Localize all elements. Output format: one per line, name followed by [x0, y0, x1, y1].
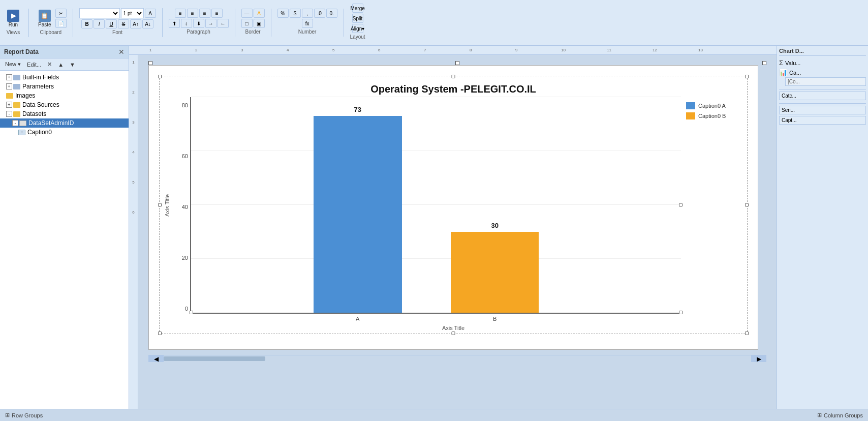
tree-item-dataset-admin[interactable]: - DataSetAdminID [0, 118, 129, 128]
sel-handle-tc [455, 61, 459, 65]
indent-button[interactable]: → [205, 19, 216, 28]
toolbar-number-group: % $ , .0 0. fx Number [277, 9, 344, 37]
scroll-thumb[interactable] [164, 356, 265, 361]
v-tick-5: 5 [129, 180, 138, 185]
align-cells-button[interactable]: Align ▾ [352, 24, 363, 33]
expand-datasets[interactable]: - [6, 111, 12, 117]
row-groups-icon: ⊞ [5, 412, 10, 418]
valign-mid-button[interactable]: ↕ [181, 19, 192, 28]
chart-handle-bl [190, 311, 193, 314]
rp-sub-item[interactable]: [Co... [785, 77, 866, 86]
paste-label: Paste [38, 22, 51, 27]
v-tick-4: 4 [129, 150, 138, 155]
folder-icon-images [6, 93, 13, 99]
align-left-button[interactable]: ≡ [175, 9, 186, 18]
scroll-left-button[interactable]: ◀ [148, 355, 164, 362]
rp-caption-item[interactable]: 📊 Ca... [779, 68, 866, 77]
rp-category-label[interactable]: Catc... [779, 92, 866, 100]
paste-button[interactable]: 📋 Paste [35, 9, 54, 28]
v-ruler: 1 2 3 4 5 6 [129, 55, 138, 409]
rp-caption2-item[interactable]: Capt... [779, 116, 866, 125]
region-handle-mr [745, 203, 749, 207]
move-up-button[interactable]: ▲ [56, 61, 66, 68]
row-groups-item[interactable]: ⊞ Row Groups [5, 412, 43, 418]
number-format-button[interactable]: % [277, 9, 289, 18]
tree-item-data-sources[interactable]: + Data Sources [0, 100, 129, 109]
border-outer-button[interactable]: ▣ [254, 19, 265, 28]
align-center-button[interactable]: ≡ [187, 9, 198, 18]
panel-close-button[interactable]: ✕ [118, 48, 125, 56]
move-down-button[interactable]: ▼ [68, 61, 77, 68]
layout-group-label: Layout [350, 34, 365, 40]
tree-item-datasets[interactable]: - Datasets [0, 109, 129, 118]
grid-line-50 [191, 204, 681, 205]
comma-button[interactable]: , [302, 9, 313, 18]
tree-item-caption0[interactable]: = Caption0 [0, 128, 129, 137]
cut-button[interactable]: ✂ [55, 9, 67, 18]
chart-icon: 📊 [779, 69, 787, 76]
column-groups-label: Column Groups [824, 412, 863, 418]
tree-item-images[interactable]: Images [0, 91, 129, 100]
font-name-select[interactable] [79, 8, 120, 18]
merge-button[interactable]: Merge [352, 4, 363, 13]
decrease-font-button[interactable]: A↓ [142, 19, 153, 28]
column-groups-icon: ⊞ [817, 412, 822, 418]
ruler-tick-9: 9 [515, 48, 517, 52]
split-button[interactable]: Split [352, 14, 363, 23]
align-right-button[interactable]: ≡ [199, 9, 210, 18]
italic-button[interactable]: I [94, 19, 105, 28]
strikethrough-button[interactable]: S [118, 19, 129, 28]
bold-button[interactable]: B [81, 19, 92, 28]
delete-button[interactable]: ✕ [45, 61, 54, 68]
increase-font-button[interactable]: A↑ [130, 19, 141, 28]
expr-button[interactable]: fx [302, 19, 313, 28]
scroll-right-button[interactable]: ▶ [751, 355, 766, 362]
tree-item-parameters[interactable]: + Parameters [0, 82, 129, 91]
ruler-tick-12: 12 [653, 48, 657, 52]
expand-builtin[interactable]: + [6, 74, 12, 80]
underline-button[interactable]: U [106, 19, 117, 28]
dataset-icon [19, 121, 26, 126]
expand-data-sources[interactable]: + [6, 102, 12, 108]
expand-dataset-admin[interactable]: - [12, 120, 18, 126]
h-scrollbar[interactable]: ◀ ▶ [148, 355, 766, 362]
rp-series-item[interactable]: Seri... [779, 106, 866, 114]
chart-region[interactable]: Operating System -PELEGIT.CO.IL Axis Tit… [159, 76, 748, 334]
x-axis-title: Axis Title [160, 325, 747, 331]
font-size-select[interactable]: 1 pt [121, 8, 144, 18]
valign-top-button[interactable]: ⬆ [169, 19, 180, 28]
border-all-button[interactable]: □ [241, 19, 253, 28]
toolbar: ▶ Run Views 📋 Paste ✂ 📄 Clipboard 1 pt A [0, 0, 868, 46]
justify-button[interactable]: ≡ [211, 9, 223, 18]
border-style-button[interactable]: — [241, 9, 253, 18]
folder-icon-parameters [13, 84, 20, 89]
report-canvas[interactable]: Operating System -PELEGIT.CO.IL Axis Tit… [138, 55, 777, 409]
currency-button[interactable]: $ [290, 9, 301, 18]
rp-caption-label: Ca... [789, 70, 801, 76]
decimal-increase-button[interactable]: .0 [314, 9, 325, 18]
tree-label-dataset-admin: DataSetAdminID [28, 119, 74, 127]
column-groups-item[interactable]: ⊞ Column Groups [817, 412, 863, 418]
run-button[interactable]: ▶ Run [4, 9, 22, 28]
region-handle-tl [158, 75, 162, 78]
plot-with-y: 0 20 40 60 80 [175, 97, 681, 314]
border-color-button[interactable]: A [254, 9, 265, 18]
chart-handle-br [679, 311, 683, 314]
new-button[interactable]: New ▾ [3, 61, 23, 68]
copy-button[interactable]: 📄 [55, 19, 67, 28]
grid-line-100 [191, 97, 681, 97]
expand-parameters[interactable]: + [6, 83, 12, 89]
ruler-tick-11: 11 [607, 48, 611, 52]
toolbar-font-group: 1 pt A B I U S A↑ A↓ Font [79, 8, 163, 37]
status-bar: ⊞ Row Groups ⊞ Column Groups [0, 409, 868, 421]
y-tick-40: 40 [175, 204, 188, 210]
paper-wrapper: Operating System -PELEGIT.CO.IL Axis Tit… [148, 65, 766, 350]
region-handle-tr [745, 75, 749, 78]
outdent-button[interactable]: ← [218, 19, 229, 28]
decimal-decrease-button[interactable]: 0. [326, 9, 337, 18]
tree-item-builtin-fields[interactable]: + Built-in Fields [0, 73, 129, 82]
font-color-button[interactable]: A [145, 9, 156, 18]
edit-button[interactable]: Edit... [25, 61, 43, 68]
rp-value-item[interactable]: Σ Valu... [779, 58, 866, 68]
valign-bot-button[interactable]: ⬇ [193, 19, 204, 28]
